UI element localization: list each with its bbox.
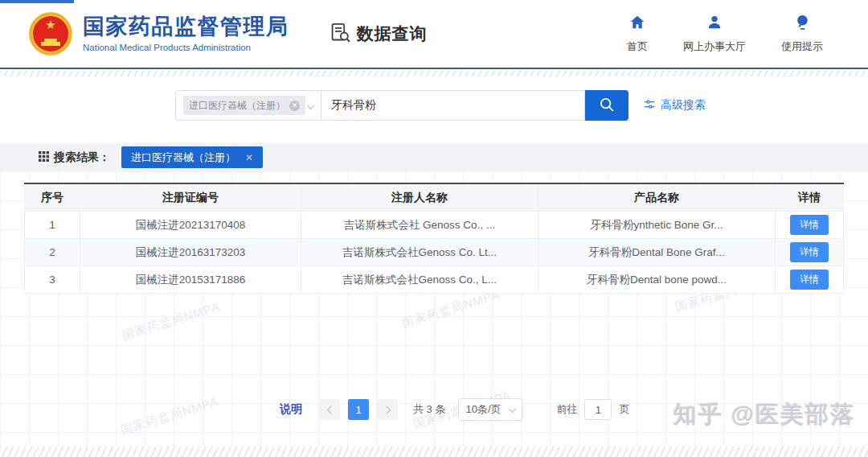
nav-item-home[interactable]: 首页 [627, 14, 648, 54]
goto-label: 前往 [556, 402, 577, 417]
detail-button[interactable]: 详情 [790, 215, 829, 235]
cell-cert: 国械注进20163173203 [80, 239, 301, 266]
cell-registrant: 吉诺斯株式会社Genoss Co. Lt... [301, 239, 538, 266]
table-header-row: 序号 注册证编号 注册人名称 产品名称 详情 [24, 184, 844, 212]
cell-registrant: 吉诺斯株式会社Genoss Co., L... [301, 266, 538, 294]
next-page-button[interactable] [377, 399, 398, 420]
nav-label-home: 首页 [627, 39, 648, 54]
detail-button[interactable]: 详情 [790, 242, 829, 262]
search-input[interactable] [321, 90, 585, 121]
chevron-down-icon [308, 98, 313, 113]
cell-product: 牙科骨粉ynthetic Bone Gr... [538, 212, 776, 239]
search-button[interactable] [585, 90, 628, 121]
table-row: 2 国械注进20163173203 吉诺斯株式会社Genoss Co. Lt..… [24, 239, 844, 266]
header-nav: 首页 网上办事大厅 使用提示 [627, 14, 823, 54]
chevron-down-icon [509, 405, 517, 413]
app-title: 数据查询 [330, 22, 428, 47]
column-header-product: 产品名称 [538, 184, 776, 212]
grid-icon [39, 150, 49, 165]
top-accent-bar [0, 0, 74, 3]
results-label: 搜索结果： [54, 150, 110, 165]
search-bar: 进口医疗器械（注册） ✕ 高级搜索 [175, 90, 706, 121]
cell-registrant: 吉诺斯株式会社 Genoss Co., ... [301, 212, 538, 239]
cell-detail: 详情 [776, 212, 844, 239]
category-tag-label: 进口医疗器械（注册） [189, 99, 285, 113]
advanced-search-label: 高级搜索 [661, 98, 706, 113]
nav-label-tips: 使用提示 [781, 39, 823, 54]
cell-detail: 详情 [776, 266, 844, 294]
nav-item-service-hall[interactable]: 网上办事大厅 [683, 14, 746, 54]
page-title: 数据查询 [357, 23, 428, 45]
nav-item-tips[interactable]: 使用提示 [781, 14, 823, 54]
brand-block: 国家药品监督管理局 National Medical Products Admi… [83, 15, 289, 52]
national-emblem-logo: ★ [29, 12, 72, 56]
column-header-registrant: 注册人名称 [301, 184, 538, 212]
tip-balloon-icon [793, 14, 811, 35]
page-size-value: 10条/页 [465, 402, 501, 417]
filter-tag-close-icon[interactable]: ✕ [245, 152, 253, 163]
chevron-left-icon [326, 406, 334, 414]
cell-cert: 国械注进20153171886 [80, 266, 301, 294]
active-filter-tag-label: 进口医疗器械（注册） [131, 150, 235, 165]
cell-product: 牙科骨粉Dental bone powd... [538, 266, 776, 294]
table-row: 1 国械注进20213170408 吉诺斯株式会社 Genoss Co., ..… [24, 212, 844, 239]
detail-button[interactable]: 详情 [790, 270, 829, 290]
header-divider-hatch [0, 71, 868, 76]
category-tag-close-icon[interactable]: ✕ [289, 101, 300, 111]
active-filter-tag[interactable]: 进口医疗器械（注册） ✕ [121, 146, 263, 168]
note-link[interactable]: 说明 [280, 402, 302, 417]
emblem-gate-icon [41, 39, 60, 46]
brand-subtitle: National Medical Products Administration [83, 43, 289, 52]
goto-page-group: 前往 页 [556, 399, 629, 420]
doc-search-icon [330, 22, 351, 47]
home-icon [628, 14, 646, 35]
filter-sliders-icon [643, 98, 656, 113]
user-icon [706, 14, 723, 35]
advanced-search-link[interactable]: 高级搜索 [643, 98, 706, 113]
column-header-no: 序号 [24, 184, 80, 212]
category-tag: 进口医疗器械（注册） ✕ [183, 96, 305, 115]
goto-unit-label: 页 [619, 402, 629, 417]
category-select[interactable]: 进口医疗器械（注册） ✕ [175, 90, 321, 121]
header: ★ 国家药品监督管理局 National Medical Products Ad… [0, 0, 868, 69]
pagination: 说明 1 共 3 条 10条/页 前往 页 [280, 398, 629, 421]
goto-page-input[interactable] [584, 399, 612, 420]
prev-page-button[interactable] [319, 399, 340, 420]
cell-no: 2 [24, 239, 80, 266]
cell-no: 3 [24, 266, 80, 294]
column-header-cert: 注册证编号 [80, 184, 301, 212]
column-header-detail: 详情 [776, 184, 844, 212]
search-results-bar: 搜索结果： 进口医疗器械（注册） ✕ [0, 143, 868, 171]
chevron-right-icon [383, 406, 391, 414]
nav-label-service-hall: 网上办事大厅 [683, 39, 746, 54]
page-size-select[interactable]: 10条/页 [458, 398, 522, 421]
cell-detail: 详情 [776, 239, 844, 266]
total-count-label: 共 3 条 [413, 402, 445, 417]
cell-cert: 国械注进20213170408 [80, 212, 301, 239]
brand-title: 国家药品监督管理局 [83, 15, 289, 39]
emblem-star-icon: ★ [45, 19, 55, 31]
footer-hatch-strip [0, 447, 868, 457]
current-page-button[interactable]: 1 [348, 399, 369, 420]
zhihu-site-watermark: 知乎 @医美部落 [674, 399, 855, 431]
table-row: 3 国械注进20153171886 吉诺斯株式会社Genoss Co., L..… [24, 266, 844, 294]
search-icon [598, 96, 616, 116]
cell-no: 1 [24, 212, 80, 239]
results-table: 序号 注册证编号 注册人名称 产品名称 详情 1 国械注进20213170408… [24, 183, 844, 294]
cell-product: 牙科骨粉Dental Bone Graf... [538, 239, 776, 266]
